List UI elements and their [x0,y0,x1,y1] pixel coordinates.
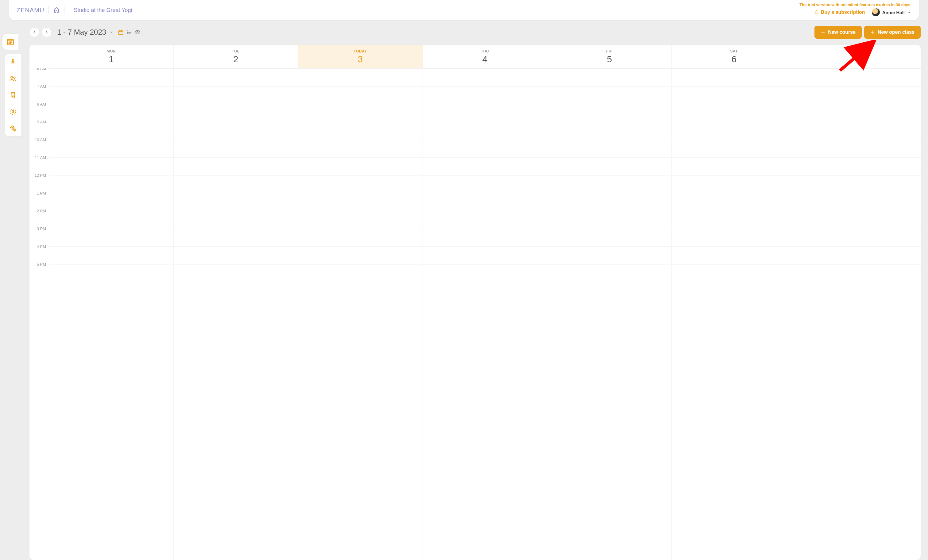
time-cell[interactable] [547,69,672,86]
user-menu[interactable]: Annie Hall [872,8,911,16]
time-cell[interactable] [796,211,920,229]
day-header[interactable]: THU4 [423,45,547,68]
buy-subscription-link[interactable]: Buy a subscription [814,9,865,15]
time-cell[interactable] [423,264,547,282]
time-cell[interactable] [672,104,796,122]
time-cell[interactable] [298,211,423,229]
time-cell[interactable] [298,175,423,193]
time-cell[interactable] [672,122,796,140]
time-cell[interactable] [423,69,547,86]
sidebar-item-settings[interactable] [9,125,17,132]
day-header[interactable]: SAT6 [672,45,796,68]
time-cell[interactable] [174,229,298,246]
time-cell[interactable] [672,175,796,193]
sidebar-item-payments[interactable] [9,108,17,115]
time-cell[interactable] [547,157,672,175]
time-cell[interactable] [672,140,796,157]
time-cell[interactable] [423,140,547,157]
time-cell[interactable] [672,193,796,211]
time-cell[interactable] [49,264,173,282]
time-cell[interactable] [174,69,298,86]
time-cell[interactable] [796,140,920,157]
time-cell[interactable] [298,104,423,122]
time-cell[interactable] [796,122,920,140]
prev-week-button[interactable] [29,27,39,37]
time-cell[interactable] [174,122,298,140]
day-column[interactable] [547,69,672,560]
time-cell[interactable] [174,264,298,282]
time-cell[interactable] [796,157,920,175]
time-cell[interactable] [547,104,672,122]
time-cell[interactable] [49,140,173,157]
time-cell[interactable] [796,246,920,264]
time-cell[interactable] [547,175,672,193]
time-cell[interactable] [298,193,423,211]
time-cell[interactable] [298,140,423,157]
time-cell[interactable] [672,211,796,229]
time-cell[interactable] [796,264,920,282]
time-cell[interactable] [298,229,423,246]
time-cell[interactable] [423,229,547,246]
day-header[interactable]: FRI5 [547,45,672,68]
time-cell[interactable] [796,175,920,193]
time-cell[interactable] [298,157,423,175]
time-cell[interactable] [423,157,547,175]
visibility-button[interactable] [134,29,140,35]
time-cell[interactable] [49,86,173,104]
time-cell[interactable] [49,104,173,122]
time-cell[interactable] [298,264,423,282]
time-cell[interactable] [547,229,672,246]
day-column[interactable] [173,69,298,560]
time-cell[interactable] [423,122,547,140]
sidebar-item-notes[interactable] [9,92,17,99]
time-cell[interactable] [423,211,547,229]
day-header[interactable]: MON1 [49,45,173,68]
time-cell[interactable] [298,122,423,140]
time-cell[interactable] [174,211,298,229]
sidebar-item-classes[interactable] [9,58,17,66]
date-range-picker[interactable]: 1 - 7 May 2023 [57,28,113,37]
time-cell[interactable] [796,229,920,246]
calendar-view-button[interactable] [118,29,124,35]
time-cell[interactable] [174,157,298,175]
time-cell[interactable] [796,193,920,211]
list-view-button[interactable] [126,29,132,35]
day-header[interactable]: SUN7 [796,45,920,68]
time-cell[interactable] [174,104,298,122]
studio-name[interactable]: Studio at the Great Yogi [74,7,132,14]
time-cell[interactable] [49,193,173,211]
time-cell[interactable] [547,122,672,140]
time-cell[interactable] [49,211,173,229]
new-open-class-button[interactable]: New open class [864,26,920,39]
time-cell[interactable] [49,246,173,264]
time-cell[interactable] [423,86,547,104]
time-cell[interactable] [672,229,796,246]
day-column[interactable] [672,69,796,560]
calendar-grid[interactable] [49,69,920,560]
day-column[interactable] [298,69,423,560]
sidebar-item-people[interactable] [9,75,17,82]
time-cell[interactable] [49,157,173,175]
time-cell[interactable] [796,69,920,86]
time-cell[interactable] [547,246,672,264]
home-icon[interactable] [53,7,60,14]
time-cell[interactable] [49,175,173,193]
time-cell[interactable] [672,86,796,104]
time-cell[interactable] [547,193,672,211]
time-cell[interactable] [174,175,298,193]
time-cell[interactable] [298,69,423,86]
time-cell[interactable] [49,69,173,86]
time-cell[interactable] [547,211,672,229]
time-cell[interactable] [547,140,672,157]
time-cell[interactable] [423,246,547,264]
time-cell[interactable] [174,193,298,211]
time-cell[interactable] [423,175,547,193]
time-cell[interactable] [547,264,672,282]
day-header[interactable]: TODAY3 [298,45,423,68]
time-cell[interactable] [423,104,547,122]
time-cell[interactable] [174,246,298,264]
time-cell[interactable] [547,86,672,104]
day-column[interactable] [423,69,547,560]
next-week-button[interactable] [42,27,52,37]
time-cell[interactable] [796,104,920,122]
